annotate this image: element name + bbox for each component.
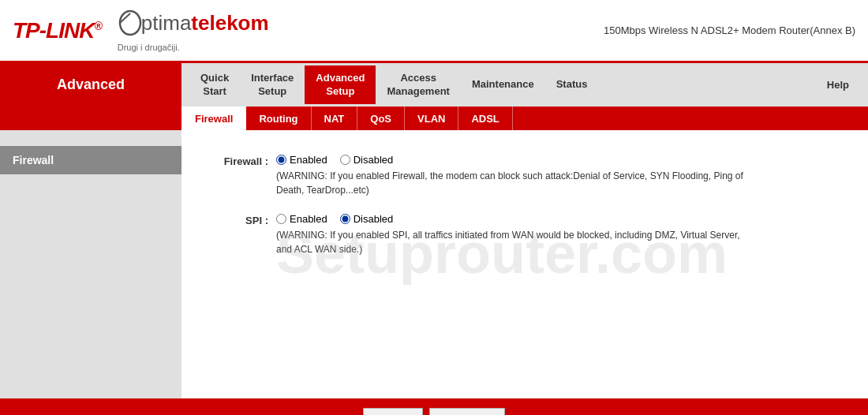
spi-disabled-radio[interactable] — [340, 214, 350, 224]
firewall-disabled-label: Disabled — [354, 154, 394, 166]
firewall-enabled-radio[interactable] — [276, 155, 286, 165]
cancel-button[interactable]: CANCEL — [429, 408, 505, 415]
tab-quick-start[interactable]: Quick Start — [189, 65, 240, 105]
spi-warning: (WARNING: If you enabled SPI, all traffi… — [276, 228, 750, 256]
content-wrapper: Firewall Firewall : Enabled Disabled — [0, 130, 868, 398]
subtab-vlan[interactable]: VLAN — [405, 107, 458, 130]
optima-text-part1: ptima — [141, 11, 192, 36]
spi-label: SPI : — [213, 213, 276, 226]
save-button[interactable]: SAVE — [363, 408, 423, 415]
tab-help[interactable]: Help — [816, 73, 860, 97]
spi-enabled-option[interactable]: Enabled — [276, 213, 327, 225]
firewall-enabled-option[interactable]: Enabled — [276, 154, 327, 166]
spi-row: SPI : Enabled Disabled (WARNING: If you … — [213, 213, 836, 256]
tab-status[interactable]: Status — [545, 72, 599, 98]
main-content: Firewall : Enabled Disabled (WARNING: If… — [181, 130, 868, 398]
main-nav: Advanced Quick Start Interface Setup Adv… — [0, 63, 868, 107]
nav-tabs-container: Quick Start Interface Setup Advanced Set… — [181, 63, 868, 107]
firewall-disabled-option[interactable]: Disabled — [340, 154, 394, 166]
tp-link-logo: TP-LINK® — [13, 18, 102, 43]
subtab-routing[interactable]: Routing — [246, 107, 311, 130]
tab-maintenance[interactable]: Maintenance — [461, 72, 545, 98]
firewall-label: Firewall : — [213, 154, 276, 167]
tab-interface-setup[interactable]: Interface Setup — [240, 65, 305, 105]
subtab-nat[interactable]: NAT — [312, 107, 358, 130]
firewall-field: Enabled Disabled (WARNING: If you enable… — [276, 154, 836, 197]
device-info: 150Mbps Wireless N ADSL2+ Modem Router(A… — [604, 24, 855, 36]
spi-disabled-option[interactable]: Disabled — [340, 213, 394, 225]
subtab-qos[interactable]: QoS — [357, 107, 405, 130]
optima-tagline: Drugi i drugačiji. — [118, 43, 180, 52]
sidebar-item-firewall[interactable]: Firewall — [0, 146, 181, 174]
bottom-bar: SAVE CANCEL — [0, 398, 868, 415]
subtab-firewall[interactable]: Firewall — [181, 107, 246, 130]
sub-nav: Firewall Routing NAT QoS VLAN ADSL — [0, 107, 868, 130]
firewall-warning: (WARNING: If you enabled Firewall, the m… — [276, 169, 750, 197]
svg-point-0 — [120, 11, 140, 35]
firewall-radio-group: Enabled Disabled — [276, 154, 836, 166]
spi-radio-group: Enabled Disabled — [276, 213, 836, 225]
spi-enabled-label: Enabled — [290, 213, 327, 225]
tab-access-management[interactable]: Access Management — [376, 65, 460, 105]
spi-field: Enabled Disabled (WARNING: If you enable… — [276, 213, 836, 256]
spi-disabled-label: Disabled — [354, 213, 394, 225]
firewall-enabled-label: Enabled — [290, 154, 327, 166]
tab-advanced-setup[interactable]: Advanced Setup — [305, 65, 376, 105]
firewall-disabled-radio[interactable] — [340, 155, 350, 165]
optima-text-part2: telekom — [191, 11, 268, 36]
subtab-adsl[interactable]: ADSL — [458, 107, 512, 130]
header: TP-LINK® ptimatelekom Drugi i drugačiji.… — [0, 0, 868, 63]
optima-logo: ptimatelekom Drugi i drugačiji. — [118, 9, 269, 52]
sidebar: Firewall — [0, 130, 181, 398]
spi-enabled-radio[interactable] — [276, 214, 286, 224]
firewall-row: Firewall : Enabled Disabled (WARNING: If… — [213, 154, 836, 197]
nav-section-label: Advanced — [0, 63, 181, 107]
